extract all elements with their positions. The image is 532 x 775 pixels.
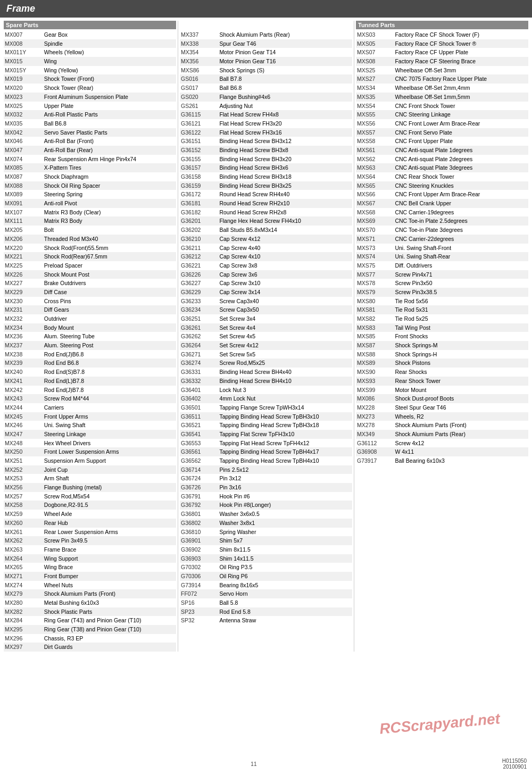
list-item: MX248Hex Wheel Drivers [4,439,176,448]
list-item: MXS54CNC Front Shock Tower [356,102,528,111]
list-item: MX257Screw Rod,M5x54 [4,492,176,501]
list-item: MX111Matrix R3 Body [4,216,176,226]
list-item: MX086Shock Dust-proof Boots [356,394,528,403]
list-item: MX246Uni. Swing Shaft [4,421,176,430]
list-item: MXS56CNC Front Lower Arm Brace-Rear [356,119,528,128]
list-item: MX088Shock Oil Ring Spacer [4,181,176,190]
list-item: G36501Tapping Flange Screw TpWH3x14 [180,403,352,412]
list-item: MX229Diff Case [4,288,176,297]
list-item: MXS89Shock Pistons [356,359,528,368]
list-item: MXS87Shock Springs-M [356,341,528,350]
col3-section-header: Tunned Parts [356,21,528,29]
list-item: MX280Metal Bushing 6x10x3 [4,598,176,607]
list-item: MX074Rear Suspension Arm Hinge Pin4x74 [4,155,176,164]
list-item: MXS08Factory Race CF Steering Brace [356,57,528,66]
list-item: MX107Matrix R3 Body (Clear) [4,208,176,217]
list-item: MXS90Rear Shocks [356,368,528,377]
list-item: MX237Alum. Steering Post [4,341,176,350]
list-item: G36332Binding Head Screw BH4x10 [180,377,352,386]
list-item: MX338Spur Gear T46 [180,39,352,48]
list-item: FF072Servo Horn [180,589,352,598]
list-item: MX264Wing Support [4,554,176,563]
list-item: MX261Rear Lower Suspension Arms [4,528,176,537]
list-item: MXS63CNC Anti-squat Plate 3degrees [356,163,528,172]
list-item: MX297Dirt Guards [4,643,176,652]
list-item: MX239Rod End B6.8 [4,359,176,368]
list-item: MX258Dogbone,R2-91.5 [4,501,176,510]
list-item: SP32Antenna Straw [180,616,352,625]
list-item: G36802Washer 3x8x1 [180,519,352,528]
list-item: MX046Anti-Roll Bar (Front) [4,137,176,146]
list-item: G36202Ball Studs B5.8xM3x14 [180,226,352,235]
list-item: MXS99Motor Mount [356,386,528,395]
list-item: MX226Shock Mount Post [4,270,176,279]
list-item: MX023Front Aluminum Suspension Plate [4,93,176,102]
list-item: MX265Wing Brace [4,563,176,572]
list-item: MX008Spindle [4,39,176,48]
column-3: Tunned Parts MXS03Factory Race CF Shock … [354,21,530,465]
list-item: GS016Ball B7.8 [180,74,352,84]
list-item: MX279Shock Alumium Parts (Front) [4,589,176,598]
list-item: G36791Hook Pin #6 [180,492,352,501]
list-item: MXS69CNC Toe-in Plate 2.5degrees [356,216,528,226]
list-item: MXS07Factory Race CF Upper Plate [356,48,528,57]
list-item: G36122Flat Head Screw FH3x16 [180,128,352,137]
list-item: G36262Set Screw 4x5 [180,332,352,341]
list-item: G36182Round Head Screw RH2x8 [180,208,352,217]
list-item: G36115Flat Head Screw FH4x8 [180,110,352,119]
list-item: MX091Anti-roll Pivot [4,199,176,208]
list-item: MX245Front Upper Arms [4,412,176,421]
list-item: MXS71CNC Carrier-22degrees [356,235,528,244]
list-item: MXS75Diff. Outdrivers [356,261,528,270]
list-item: MX259Wheel Axle [4,510,176,519]
list-item: MX241Rod End(L)B7.8 [4,377,176,386]
list-item: MXS55CNC Steering Linkage [356,110,528,119]
list-item: MX042Servo Saver Plastic Parts [4,128,176,137]
list-item: MXS88Shock Springs-H [356,350,528,359]
list-item: MXS62CNC Anti-squat Plate 2degrees [356,155,528,164]
list-item: MX230Cross Pins [4,297,176,306]
list-item: G36901Shim 5x7 [180,536,352,545]
list-item: GS017Ball B6.8 [180,84,352,93]
list-item: G36181Round Head Screw RH2x10 [180,199,352,208]
list-item: MX295Ring Gear (T38) and Pinion Gear (T1… [4,625,176,634]
list-item: MXS78Screw Pin3x50 [356,279,528,288]
list-item: G36155Binding Head Screw BH3x20 [180,155,352,164]
list-item: MXS05Factory Race CF Shock Tower ® [356,39,528,48]
list-item: G36226Cap Screw 3x6 [180,270,352,279]
list-item: SP23Rod End 5.8 [180,607,352,616]
list-item: MX221Shock Rod(Rear)67.5mm [4,252,176,261]
list-item: MXS83Tail Wing Post [356,323,528,332]
list-item: MX263Frame Brace [4,545,176,554]
list-item: G36227Cap Screw 3x10 [180,279,352,288]
list-item: MX232Outdriver [4,314,176,323]
list-item: MX089Steering Spring [4,190,176,199]
list-item: MXS77Screw Pin4x71 [356,270,528,279]
list-item: MXS66CNC Front Upper Arm Brace-Rear [356,190,528,199]
list-item: MXS86Shock Springs (S) [180,66,352,75]
list-item: MXS35Wheelbase Off-Set 1mm,5mm [356,93,528,102]
list-item: G36210Cap Screw 4x12 [180,235,352,244]
list-item: MX354Motor Pinion Gear T14 [180,48,352,57]
list-item: MXS34Wheelbase Off-Set 2mm,4mm [356,84,528,93]
list-item: MXS70CNC Toe-in Plate 3degrees [356,226,528,235]
list-item: MX278Shock Alumium Parts (Front) [356,421,528,430]
list-item: MX250Front Lower Suspension Arms [4,447,176,456]
list-item: MXS67CNC Bell Crank Upper [356,199,528,208]
list-item: G36211Cap Screw 4x40 [180,244,352,253]
list-item: G36331Binding Head Screw BH4x40 [180,368,352,377]
list-item: MX274Wheel Nuts [4,581,176,590]
list-item: MX236Alum. Steering Tube [4,332,176,341]
list-item: MXS27CNC 7075 Factory Race Upper Plate [356,74,528,84]
list-item: MX019Shock Tower (Front) [4,74,176,84]
list-item: G36274Screw Rod,M5x25 [180,359,352,368]
list-item: G364024mm Lock Nut [180,394,352,403]
column-1: Spare Parts MX007Gear BoxMX008SpindleMX0… [2,21,178,652]
list-item: MX228Steel Spur Gear T46 [356,403,528,412]
list-item: MX284Ring Gear (T43) and Pinion Gear (T1… [4,616,176,625]
list-item: G36401Lock Nut 3 [180,386,352,395]
list-item: G36562Tapping Binding Head Screw TpBH4x1… [180,456,352,465]
col1-section-header: Spare Parts [4,21,176,29]
list-item: MX242Rod End(J)B7.8 [4,386,176,395]
list-item: MX251Suspension Arm Support [4,456,176,465]
